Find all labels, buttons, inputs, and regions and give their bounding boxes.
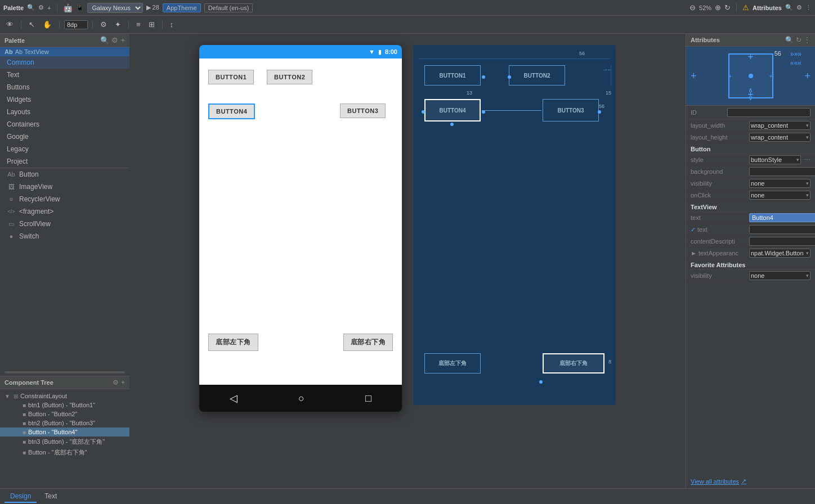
phone-button1[interactable]: BUTTON1	[208, 70, 254, 84]
refresh-icon[interactable]: ↻	[724, 3, 731, 12]
settings-icon[interactable]: ⚙	[38, 4, 44, 11]
phone-bottom-right[interactable]: 底部右下角	[343, 334, 393, 351]
list-item[interactable]: </> <fragment>	[0, 205, 129, 218]
fav-visibility-dropdown[interactable]: none ▾	[749, 271, 810, 280]
textappearance-dropdown[interactable]: npat.Widget.Button ▾	[749, 249, 810, 258]
expand-icon[interactable]: ▼	[5, 393, 11, 399]
phone-button4[interactable]: BUTTON4	[208, 104, 255, 119]
palette-nav: Common Text Buttons Widgets Layouts Cont…	[0, 56, 129, 168]
list-item[interactable]: 🖼 ImageView	[0, 181, 129, 193]
tree-item[interactable]: ■ Button - "底部右下角"	[0, 447, 129, 458]
visibility-dropdown[interactable]: none ▾	[749, 179, 810, 188]
blueprint-view[interactable]: BUTTON1 BUTTON2 56 ← → 13 15 BUTTON4 BUT…	[413, 45, 616, 405]
settings-button[interactable]: ⚙	[97, 19, 110, 30]
expand-arrow-icon[interactable]: ►	[691, 250, 697, 256]
locale-badge[interactable]: Default (en-us)	[204, 3, 253, 12]
tab-text[interactable]: Text	[39, 490, 62, 503]
bp-bottom-right-selected[interactable]: 底部右下角	[543, 353, 604, 374]
box-top-plus[interactable]: +	[749, 54, 753, 60]
theme-badge[interactable]: AppTheme	[163, 3, 201, 12]
list-item[interactable]: ≡ RecyclerView	[0, 193, 129, 205]
zoom-out-icon[interactable]: ⊖	[689, 3, 696, 12]
tree-item[interactable]: ■ btn2 (Button) - "Button3"	[0, 418, 129, 428]
tree-add-icon[interactable]: +	[121, 379, 125, 386]
contentdesc-input[interactable]	[749, 237, 815, 246]
style-more-icon[interactable]: ⋯	[803, 156, 810, 164]
cursor-button[interactable]: ↖	[26, 19, 38, 30]
attr-refresh-icon[interactable]: ↻	[796, 36, 801, 44]
attr-search-icon2[interactable]: 🔍	[785, 36, 794, 44]
guide-button[interactable]: ⊞	[146, 19, 158, 30]
onclick-dropdown[interactable]: none ▾	[749, 191, 810, 200]
list-item[interactable]: ● Switch	[0, 230, 129, 242]
tree-item[interactable]: ▼ ⊞ ConstraintLayout	[0, 392, 129, 400]
palette-header: Palette 🔍 ⚙ +	[0, 34, 129, 47]
sidebar-item-text[interactable]: Text	[0, 69, 129, 81]
attr-id-input[interactable]	[727, 108, 810, 117]
transform-button[interactable]: ✦	[112, 19, 124, 30]
hand-button[interactable]: ✋	[40, 19, 55, 30]
tree-item-selected[interactable]: ■ Button - "Button4"	[0, 428, 129, 436]
resize-button[interactable]: ↕	[167, 19, 177, 30]
sidebar-item-google[interactable]: Google	[0, 130, 129, 143]
tab-design[interactable]: Design	[5, 490, 37, 503]
attr-title-label: Attributes	[691, 37, 783, 43]
text-input[interactable]	[749, 213, 815, 222]
palette-search-icon[interactable]: 🔍	[100, 36, 109, 44]
bp-button3[interactable]: BUTTON3	[543, 99, 599, 122]
attr-search-icon[interactable]: 🔍	[785, 4, 793, 11]
sidebar-item-project[interactable]: Project	[0, 155, 129, 168]
sidebar-item-containers[interactable]: Containers	[0, 118, 129, 130]
bottom-plus-icon[interactable]: +	[747, 89, 754, 101]
canvas-area[interactable]: ▼ ▮ 8:00 BUTTON1 BUTTON2 BUTTON4 BUTTON3…	[129, 34, 686, 488]
sidebar-item-layouts[interactable]: Layouts	[0, 106, 129, 118]
phone-content[interactable]: BUTTON1 BUTTON2 BUTTON4 BUTTON3 底部左下角 底部…	[199, 58, 402, 385]
left-plus-icon[interactable]: +	[691, 70, 697, 82]
margin-input[interactable]	[64, 20, 88, 29]
bp-button1[interactable]: BUTTON1	[424, 65, 481, 86]
text-check-input[interactable]	[749, 225, 815, 234]
bp-bottom-left[interactable]: 底部左下角	[424, 353, 481, 374]
palette-scrollbar[interactable]	[5, 371, 125, 374]
tree-item[interactable]: ■ btn3 (Button) - "底部左下角"	[0, 436, 129, 447]
bottom-tabs: Design Text	[0, 488, 815, 504]
tree-item[interactable]: ■ Button - "Button2"	[0, 410, 129, 418]
view-all-text[interactable]: View all attributes	[691, 478, 739, 485]
attr-more-icon[interactable]: ⋮	[805, 4, 812, 11]
box-right-plus[interactable]: +	[769, 73, 773, 79]
warning-icon[interactable]: ⚠	[742, 3, 749, 12]
background-input[interactable]	[749, 167, 815, 176]
view-all-link[interactable]: View all attributes ↗	[686, 474, 815, 488]
device-dropdown[interactable]: Galaxy Nexus	[87, 3, 143, 13]
sidebar-item-legacy[interactable]: Legacy	[0, 143, 129, 155]
search-icon[interactable]: 🔍	[27, 4, 35, 11]
recent-icon[interactable]: □	[365, 393, 371, 404]
layout-width-dropdown[interactable]: wrap_content ▾	[749, 121, 810, 130]
attr-more-icon2[interactable]: ⋮	[804, 36, 810, 44]
back-icon[interactable]: ◁	[230, 392, 238, 404]
zoom-in-icon[interactable]: ⊕	[715, 3, 721, 12]
right-plus-icon[interactable]: +	[804, 70, 810, 82]
eye-button[interactable]: 👁	[3, 19, 16, 30]
list-item[interactable]: ▭ ScrollView	[0, 218, 129, 230]
palette-gear-icon[interactable]: ⚙	[111, 36, 118, 44]
phone-button2[interactable]: BUTTON2	[267, 70, 312, 84]
phone-bottom-left[interactable]: 底部左下角	[208, 334, 258, 351]
box-left-plus[interactable]: +	[729, 73, 732, 79]
list-item[interactable]: Ab Button	[0, 168, 129, 181]
sidebar-item-widgets[interactable]: Widgets	[0, 93, 129, 106]
add-icon[interactable]: +	[47, 4, 51, 11]
layout-height-dropdown[interactable]: wrap_content ▾	[749, 133, 810, 142]
style-dropdown[interactable]: buttonStyle ▾	[749, 155, 801, 164]
sidebar-item-common[interactable]: Common	[0, 56, 129, 69]
tree-item[interactable]: ■ btn1 (Button) - "Button1"	[0, 400, 129, 410]
phone-button3[interactable]: BUTTON3	[340, 104, 386, 118]
attr-settings-icon[interactable]: ⚙	[796, 4, 802, 11]
bp-button4[interactable]: BUTTON4	[424, 99, 481, 122]
tree-settings-icon[interactable]: ⚙	[113, 379, 119, 386]
bp-button2[interactable]: BUTTON2	[509, 65, 565, 86]
align-button[interactable]: ≡	[133, 19, 144, 30]
palette-add-icon[interactable]: +	[120, 36, 125, 44]
sidebar-item-buttons[interactable]: Buttons	[0, 81, 129, 93]
home-icon[interactable]: ○	[298, 393, 304, 404]
